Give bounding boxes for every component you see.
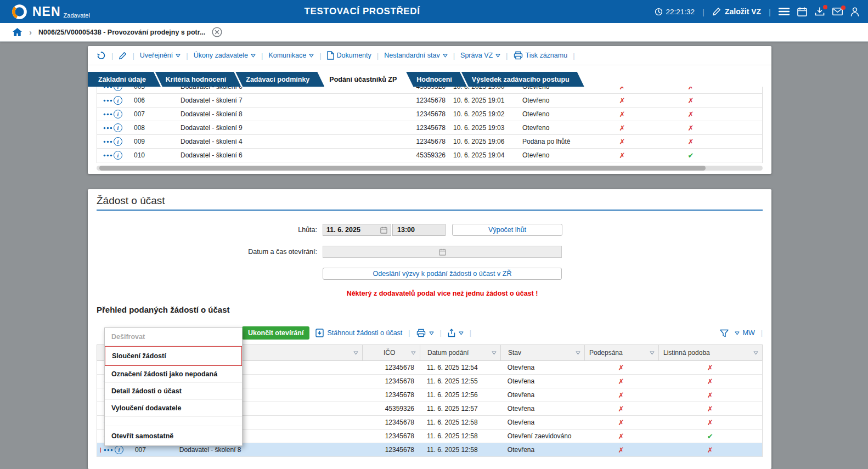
tab-zakladni-udaje[interactable]: Základní údaje xyxy=(88,72,161,87)
download-requests-link[interactable]: Stáhnout žádosti o účast xyxy=(315,329,402,337)
info-icon[interactable]: i xyxy=(114,110,122,118)
column-header-ico[interactable]: IČO xyxy=(363,345,420,360)
ico-value: 12345678 xyxy=(381,97,447,104)
separator: | xyxy=(506,52,508,60)
column-header-stav[interactable]: Stav xyxy=(501,345,585,360)
info-icon[interactable]: i xyxy=(114,123,122,132)
ico-value: 12345678 xyxy=(381,110,447,118)
deadline-time-input[interactable]: 13:00 xyxy=(392,224,446,236)
tab-vysledek-zadavaciho-postupu[interactable]: Výsledek zadávacího postupu xyxy=(461,72,584,87)
chevron-down-icon xyxy=(495,54,500,58)
info-icon[interactable]: i xyxy=(114,137,122,146)
row-actions-button[interactable] xyxy=(102,112,114,117)
table-row[interactable]: i009Dodavatel - školení 41234567810. 6. … xyxy=(97,135,762,149)
close-record-button[interactable] xyxy=(212,27,222,37)
toolbar-item-tisk-zaznamu[interactable]: Tisk záznamu xyxy=(514,51,568,60)
menu-item-detail-zadosti-o-ucast[interactable]: Detail žádosti o účast xyxy=(105,383,242,400)
cross-icon: ✗ xyxy=(619,87,625,91)
calc-deadlines-button[interactable]: Výpočet lhůt xyxy=(452,224,562,236)
calendar-icon[interactable] xyxy=(439,248,446,256)
filter-triangle-icon[interactable] xyxy=(411,351,416,355)
row-actions-button[interactable] xyxy=(102,87,114,89)
print-dropdown[interactable] xyxy=(416,329,434,337)
toolbar-item-sprava-vz[interactable]: Správa VZ xyxy=(460,52,500,59)
filter-triangle-icon[interactable] xyxy=(753,351,758,355)
signed-cell: ✗ xyxy=(584,364,658,372)
row-number: 009 xyxy=(129,138,175,145)
table-row[interactable]: i007Dodavatel - školení 81234567810. 6. … xyxy=(97,108,762,121)
info-icon[interactable]: i xyxy=(114,96,122,105)
menu-button[interactable] xyxy=(779,8,790,15)
horizontal-scrollbar[interactable] xyxy=(97,166,763,171)
toolbar-item-nestandardni-stav[interactable]: Nestandardní stav xyxy=(384,52,447,59)
table-row[interactable]: i008Dodavatel - školení 91234567810. 6. … xyxy=(97,121,762,135)
deadline-date-input[interactable]: 11. 6. 2025 xyxy=(323,224,391,236)
filter-triangle-icon[interactable] xyxy=(492,351,497,355)
tab-zadavaci-podminky[interactable]: Zadávací podmínky xyxy=(235,72,324,87)
export-dropdown[interactable] xyxy=(448,329,464,337)
menu-item-oznaceni-zadosti-jako-nepodana[interactable]: Označení žádosti jako nepodaná xyxy=(105,366,242,383)
table-row[interactable]: i006Dodavatel - školení 71234567810. 6. … xyxy=(97,94,762,108)
filter-triangle-icon[interactable] xyxy=(650,351,655,355)
filter-triangle-icon[interactable] xyxy=(353,351,358,355)
filter-button[interactable] xyxy=(720,329,729,337)
messages-button[interactable] xyxy=(832,8,843,15)
toolbar-item-ukony-zadavatele[interactable]: Úkony zadavatele xyxy=(194,52,256,59)
row-number: 010 xyxy=(129,151,175,159)
info-icon[interactable]: i xyxy=(114,87,122,91)
calendar-icon[interactable] xyxy=(380,227,387,234)
notification-badge xyxy=(841,5,846,10)
create-vz-button[interactable]: Založit VZ xyxy=(712,7,761,16)
view-dropdown-mw[interactable]: MW xyxy=(735,329,755,337)
topbar-actions: 22:21:32 | Založit VZ | xyxy=(655,7,860,16)
send-invitation-button[interactable]: Odeslání výzvy k podání žádosti o účast … xyxy=(323,268,562,280)
date-value: 10. 6. 2025 19:01 xyxy=(447,97,518,104)
status-value: Otevřena xyxy=(500,419,584,426)
date-value: 11. 6. 2025 12:54 xyxy=(420,364,500,371)
column-header-podepsana[interactable]: Podepsána xyxy=(585,345,659,360)
tab-podani-ucastniku-zp[interactable]: Podání účastníků ZP xyxy=(319,72,412,87)
column-header-datum-podani[interactable]: Datum podání xyxy=(420,345,501,360)
table-row[interactable]: i010Dodavatel - školení 64535932610. 6. … xyxy=(97,149,762,162)
menu-item-slouceni-zadosti[interactable]: Sloučení žádostí xyxy=(105,346,242,366)
info-icon[interactable]: i xyxy=(114,151,122,160)
export-icon xyxy=(448,329,455,337)
filter-triangle-icon[interactable] xyxy=(576,351,580,355)
scrollbar-thumb[interactable] xyxy=(99,166,706,171)
info-icon[interactable]: i xyxy=(115,445,123,454)
tab-kriteria-hodnoceni[interactable]: Kritéria hodnocení xyxy=(155,72,241,87)
date-value: 10. 6. 2025 19:03 xyxy=(447,124,518,132)
user-button[interactable] xyxy=(850,7,859,16)
nen-logo[interactable]: NEN Zadavatel xyxy=(11,3,90,20)
row-actions-button[interactable] xyxy=(102,153,114,158)
downloads-button[interactable] xyxy=(815,7,825,16)
paper-cell: ✗ xyxy=(658,391,762,399)
row-actions-button[interactable] xyxy=(102,448,115,453)
edit-record-button[interactable] xyxy=(119,52,127,60)
row-actions-button[interactable] xyxy=(102,126,114,131)
column-header-listinna-podoba[interactable]: Listinná podoba xyxy=(659,345,762,360)
breadcrumb-item[interactable]: N006/25/V00005438 - Provozování prodejny… xyxy=(38,29,205,36)
opening-datetime-input[interactable] xyxy=(323,246,562,258)
signed-cell: ✗ xyxy=(589,124,655,132)
calendar-icon xyxy=(797,7,807,16)
cross-icon: ✗ xyxy=(688,124,694,132)
context-menu: Dešifrovat Sloučení žádostí Označení žád… xyxy=(104,327,243,446)
notification-badge xyxy=(823,5,827,9)
row-actions-button[interactable] xyxy=(102,139,114,144)
tab-hodnoceni[interactable]: Hodnocení xyxy=(406,72,467,87)
row-actions-button[interactable] xyxy=(102,98,114,103)
chevron-down-icon xyxy=(443,54,448,58)
toolbar-item-uverejneni[interactable]: Uveřejnění xyxy=(140,52,181,59)
toolbar-item-komunikace[interactable]: Komunikace xyxy=(268,52,314,59)
toolbar-item-dokumenty[interactable]: Dokumenty xyxy=(327,51,371,60)
three-dots-icon xyxy=(103,140,112,143)
home-button[interactable] xyxy=(12,27,22,37)
cross-icon: ✗ xyxy=(618,446,624,454)
menu-item-otevrit-samostatne[interactable]: Otevřít samostatně xyxy=(105,426,242,445)
calendar-button[interactable] xyxy=(797,7,807,16)
finish-opening-button[interactable]: Ukončit otevírání xyxy=(242,326,309,340)
menu-item-vylouceni-dodavat[interactable]: Vyloučení dodavatele xyxy=(105,400,242,417)
history-button[interactable] xyxy=(97,51,106,60)
table-row[interactable]: i005Dodavatel - školení 64535932610. 6. … xyxy=(97,87,762,94)
